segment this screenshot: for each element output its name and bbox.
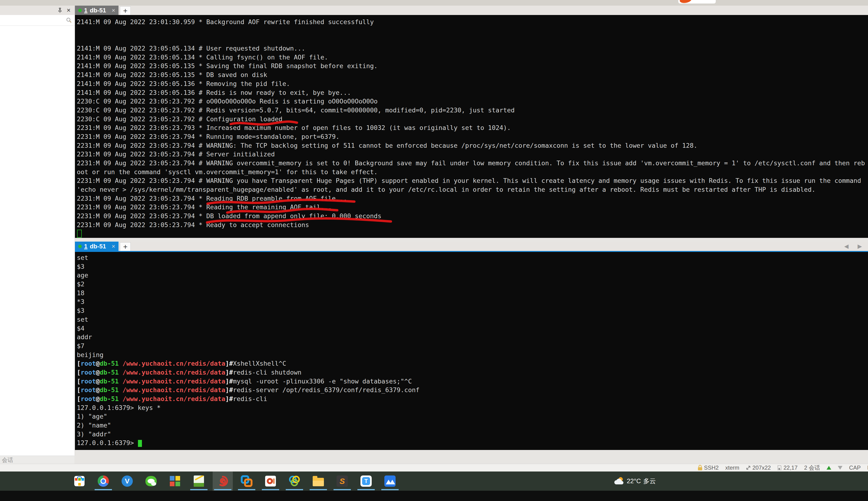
sidebar-close-icon[interactable]: × <box>67 7 71 13</box>
bottom-terminal[interactable]: set$3age$218*3$3set$4addr$7beijing [root… <box>75 252 868 450</box>
taskbar-v-app-icon[interactable]: V <box>120 471 134 491</box>
screen-bottom-strip <box>0 491 868 501</box>
taskbar-chrome-icon[interactable] <box>96 471 110 491</box>
terminal-size-status: 207x22 <box>746 465 771 471</box>
taskbar-windows-colors-icon[interactable] <box>168 471 182 491</box>
command-text: XshellXshell^C <box>233 360 286 367</box>
top-terminal[interactable]: 2141:M 09 Aug 2022 23:01:30.959 * Backgr… <box>75 15 868 238</box>
prompt-bracket: [ <box>77 386 81 394</box>
prompt-line: [root@db-51 /www.yuchaoit.cn/redis/data]… <box>77 394 868 403</box>
terminal-line: *3 <box>77 297 868 306</box>
terminal-line: 2) "name" <box>77 421 868 430</box>
terminal-line: age <box>77 271 868 280</box>
prompt-bracket: [ <box>77 360 81 367</box>
terminal-line: 1) "age" <box>77 412 868 421</box>
top-terminal-lines: 2141:M 09 Aug 2022 23:01:30.959 * Backgr… <box>77 18 868 230</box>
terminal-type-status: xterm <box>725 465 739 471</box>
new-tab-button[interactable]: + <box>120 242 131 251</box>
prompt-path: /www.yuchaoit.cn/redis/data <box>119 360 225 367</box>
redis-prompt: 127.0.0.1:6379> <box>77 439 134 446</box>
terminal-line <box>77 26 868 35</box>
taskbar-weather-widget[interactable]: 22°C 多云 <box>614 471 656 491</box>
prompt-bracket: ]# <box>225 360 233 367</box>
xshell-snail-icon <box>216 475 229 488</box>
prompt-path: /www.yuchaoit.cn/redis/data <box>119 395 225 403</box>
keys-result-lines: 1) "age"2) "name"3) "addr" <box>77 412 868 438</box>
terminal-line: oot or run the command 'sysctl vm.overco… <box>77 168 868 177</box>
command-text: mysql -uroot -plinux3306 -e "show databa… <box>233 377 412 385</box>
terminal-line: 2141:M 09 Aug 2022 23:05:05.134 # User r… <box>77 44 868 53</box>
terminal-line: 2231:M 09 Aug 2022 23:05:23.794 * Runnin… <box>77 132 868 141</box>
terminal-line: 2231:M 09 Aug 2022 23:05:23.794 # WARNIN… <box>77 159 868 168</box>
taskbar-rings-browser-icon[interactable] <box>288 471 301 491</box>
taskbar-s-app-icon[interactable]: S <box>336 471 349 491</box>
prompt-host: db-51 <box>100 369 119 376</box>
xftp-links-icon <box>240 475 253 488</box>
terminal-line: 2230:C 09 Aug 2022 23:05:23.792 # Redis … <box>77 106 868 115</box>
taskbar-microsoft-store-icon[interactable] <box>73 471 86 491</box>
terminal-line: 2231:M 09 Aug 2022 23:05:23.794 # Server… <box>77 150 868 159</box>
prompt-host: db-51 <box>100 377 119 385</box>
prompt-at: @ <box>96 395 99 403</box>
taskbar-wechat-icon[interactable] <box>144 471 158 491</box>
terminal-line: 2141:M 09 Aug 2022 23:01:30.959 * Backgr… <box>77 18 868 26</box>
pin-icon[interactable] <box>57 7 63 13</box>
terminal-line: 2141:M 09 Aug 2022 23:05:05.135 * Saving… <box>77 62 868 71</box>
sidebar-search-box[interactable] <box>0 15 75 26</box>
screen: { "sidebar": { "sessions_label": "会话", "… <box>0 0 868 501</box>
bottom-tab-db-51[interactable]: 1 db-51 × <box>75 242 118 251</box>
session-manager-sidebar: × <box>0 6 75 456</box>
prompt-at: @ <box>96 369 99 376</box>
cloudy-weather-icon <box>614 477 624 486</box>
terminal-line: 2231:M 09 Aug 2022 23:05:23.794 # WARNIN… <box>77 176 868 185</box>
taskbar-xftp-icon[interactable] <box>240 471 253 491</box>
redis-command: keys * <box>134 404 161 411</box>
prompt-bracket: ]# <box>225 395 233 403</box>
num-lock-indicator-clipped: N <box>867 465 868 471</box>
prompt-at: @ <box>96 360 99 367</box>
terminal-line: 2231:M 09 Aug 2022 23:05:23.794 * DB loa… <box>77 212 868 221</box>
tab-title: db-51 <box>90 7 106 14</box>
top-pane-tabstrip: 1 db-51 × + <box>75 6 868 15</box>
taskbar-typora-icon[interactable]: T <box>359 471 373 491</box>
redis-cli-command-line: 127.0.0.1:6379> keys * <box>77 403 868 412</box>
status-bar-right: SSH2 xterm 207x22 22,17 2 会话 CAP N <box>698 464 868 471</box>
terminal-line: 'echo never > /sys/kernel/mm/transparent… <box>77 185 868 194</box>
prompt-line: [root@db-51 /www.yuchaoit.cn/redis/data]… <box>77 359 868 368</box>
search-icon <box>66 17 72 23</box>
terminal-line: 2231:M 09 Aug 2022 23:05:23.794 # WARNIN… <box>77 141 868 150</box>
terminal-line: 2141:M 09 Aug 2022 23:05:05.136 # Redis … <box>77 88 868 97</box>
redis-prompt: 127.0.0.1:6379> <box>77 404 134 411</box>
terminal-line: set <box>77 315 868 324</box>
tab-close-icon[interactable]: × <box>112 7 115 14</box>
terminal-line: $7 <box>77 342 868 351</box>
taskbar-file-explorer-icon[interactable] <box>311 471 325 491</box>
terminal-line: 2231:M 09 Aug 2022 23:05:23.793 * Increa… <box>77 124 868 132</box>
prompt-user: root <box>81 377 96 385</box>
tab-close-icon[interactable]: × <box>112 243 115 250</box>
taskbar-blue-mountain-app-icon[interactable] <box>383 471 397 491</box>
new-tab-button[interactable]: + <box>120 6 131 15</box>
window-top-strip <box>0 0 868 6</box>
caret-position-icon <box>777 465 782 470</box>
command-text: redis-cli <box>233 395 267 403</box>
prompt-bracket: ]# <box>225 369 233 376</box>
terminal-line: $4 <box>77 324 868 333</box>
redis-cli-prompt-line: 127.0.0.1:6379> <box>77 438 868 447</box>
terminal-line: 2231:M 09 Aug 2022 23:05:23.794 * Readin… <box>77 203 868 212</box>
prompt-line: [root@db-51 /www.yuchaoit.cn/redis/data]… <box>77 368 868 377</box>
overlay-orange-blob-icon <box>679 0 692 3</box>
tab-index: 1 <box>84 243 87 250</box>
aof-dump-lines: set$3age$218*3$3set$4addr$7beijing <box>77 253 868 359</box>
taskbar-xshell-icon[interactable] <box>213 471 233 491</box>
tab-scroll-arrows-icon[interactable]: ◀ ▶ <box>844 243 866 249</box>
download-arrow-icon[interactable] <box>838 466 843 470</box>
prompt-at: @ <box>96 386 99 394</box>
upload-arrow-icon[interactable] <box>827 466 831 470</box>
sidebar-header: × <box>0 6 75 15</box>
taskbar-editplus-icon[interactable] <box>192 471 205 491</box>
top-tab-db-51[interactable]: 1 db-51 × <box>75 6 118 15</box>
taskbar-powerpoint-icon[interactable] <box>264 471 277 491</box>
sidebar-sessions-tab[interactable]: 会话 <box>0 456 74 464</box>
status-bar: SSH2 xterm 207x22 22,17 2 会话 CAP N <box>0 464 868 471</box>
